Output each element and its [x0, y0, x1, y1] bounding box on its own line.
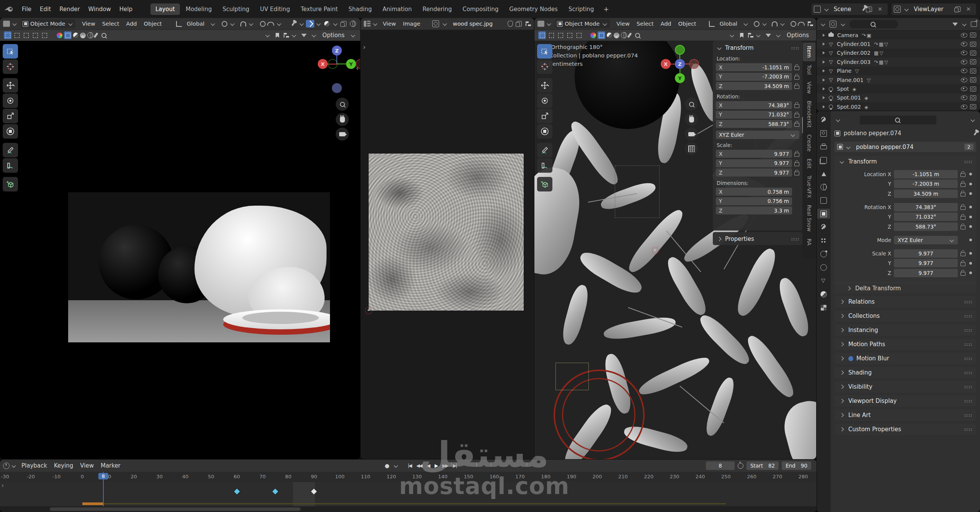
workspace-tab[interactable]: Modeling: [181, 3, 217, 15]
panel-grip-icon[interactable]: [964, 386, 972, 388]
tool-annotate[interactable]: [537, 143, 552, 157]
chevron-down-icon[interactable]: [841, 22, 845, 26]
properties-tab-physics[interactable]: [817, 249, 830, 259]
chevron-down-icon[interactable]: [277, 21, 281, 26]
tool-select-box[interactable]: [3, 44, 18, 59]
disable-in-renders-camera-icon[interactable]: [970, 51, 976, 56]
lock-icon[interactable]: [960, 173, 965, 177]
lock-icon[interactable]: [960, 252, 965, 256]
camera-view-button[interactable]: [336, 128, 349, 141]
hide-in-viewport-eye-icon[interactable]: [961, 51, 967, 55]
select-mode-subtract[interactable]: [557, 31, 564, 39]
start-frame-field[interactable]: Start 82: [746, 461, 779, 470]
options-menu[interactable]: Options: [319, 31, 348, 40]
pivot-point-icon[interactable]: [754, 21, 760, 27]
auto-keying-record-button[interactable]: ●: [383, 462, 391, 469]
jump-to-start-button[interactable]: |◀: [406, 462, 413, 469]
panel-grip-icon[interactable]: [964, 400, 972, 402]
properties-tab-render[interactable]: [817, 128, 830, 138]
lock-icon[interactable]: [960, 226, 965, 229]
object-name-value[interactable]: poblano pepper.074: [856, 144, 913, 150]
shading-sphere-icon[interactable]: [73, 33, 78, 38]
tool-transform[interactable]: [3, 124, 18, 139]
number-field[interactable]: Y-7.2003 m: [716, 73, 792, 81]
disable-in-renders-camera-icon[interactable]: [970, 87, 976, 92]
breadcrumb-object-name[interactable]: poblano pepper.074: [844, 130, 901, 137]
shading-sphere-icon[interactable]: [607, 33, 612, 38]
topbar-menu-item[interactable]: Edit: [36, 4, 55, 14]
droplet-icon[interactable]: [614, 33, 619, 38]
collapsed-panel[interactable]: Custom Properties: [835, 424, 976, 435]
jump-to-end-button[interactable]: ▶|: [451, 462, 458, 469]
mode-selector[interactable]: Object Mode: [21, 19, 75, 28]
zoom-button[interactable]: [685, 98, 698, 111]
number-field[interactable]: Y71.032°: [716, 111, 792, 119]
gizmo-axis-y-negative[interactable]: [675, 45, 685, 55]
disclosure-triangle-icon[interactable]: [823, 34, 825, 37]
select-mode-intersect[interactable]: [41, 31, 48, 39]
collapsed-panel[interactable]: Motion Blur: [835, 353, 976, 364]
chevron-down-icon[interactable]: [846, 145, 850, 149]
disable-in-renders-camera-icon[interactable]: [970, 69, 976, 74]
toolbar-open-chevron-icon[interactable]: ›: [363, 43, 366, 51]
lock-icon[interactable]: [794, 66, 799, 70]
viewport-left-canvas[interactable]: Z X Y ‹: [0, 41, 360, 459]
object-name[interactable]: Cylinder.001: [837, 41, 871, 47]
n-panel-tab[interactable]: RA: [803, 235, 815, 249]
transform-panel-header[interactable]: Transform: [835, 156, 976, 167]
properties-tab-view-layer[interactable]: [817, 155, 830, 165]
lock-icon[interactable]: [794, 104, 799, 108]
options-menu[interactable]: Options: [783, 31, 812, 40]
filter-icon[interactable]: [301, 34, 307, 37]
outliner-row[interactable]: ▽ Cylinder.003 ↷▦▽: [817, 57, 980, 66]
blender-logo-icon[interactable]: [4, 6, 14, 13]
properties-tab-texture[interactable]: [817, 303, 830, 312]
disable-in-renders-camera-icon[interactable]: [970, 77, 976, 82]
disclosure-triangle-icon[interactable]: [823, 87, 825, 90]
scrollbar-handle[interactable]: [50, 507, 301, 511]
play-reverse-button[interactable]: ◀: [425, 462, 431, 469]
outliner-row[interactable]: ▽ Plane ▽: [817, 67, 980, 75]
hide-in-viewport-eye-icon[interactable]: [961, 95, 967, 100]
disclosure-triangle-icon[interactable]: [823, 69, 825, 72]
scene-selector[interactable]: Scene ✕: [812, 3, 888, 15]
lock-icon[interactable]: [794, 162, 799, 166]
chevron-down-icon[interactable]: [730, 33, 734, 37]
viewport-menu-item[interactable]: View: [78, 20, 98, 28]
animate-dot-icon[interactable]: [969, 272, 972, 274]
timeline-ruler[interactable]: -30-20-100102030405060708090100110120130…: [0, 472, 817, 483]
properties-tab-world[interactable]: [817, 182, 830, 192]
properties-panel-header[interactable]: Properties: [716, 234, 799, 244]
editor-type-clock-icon[interactable]: [3, 463, 10, 469]
collapsed-panel[interactable]: Line Art: [835, 409, 976, 421]
panel-grip-icon[interactable]: [964, 357, 972, 360]
number-field[interactable]: 588.73°: [894, 222, 958, 231]
workspace-tab[interactable]: Shading: [343, 3, 377, 15]
editor-type-icon[interactable]: [364, 21, 371, 27]
outliner-row[interactable]: Spot.002 ◈: [817, 102, 980, 111]
hide-in-viewport-eye-icon[interactable]: [961, 87, 967, 91]
panel-grip-icon[interactable]: [791, 238, 799, 240]
npanel-open-chevron-icon[interactable]: ‹: [356, 64, 359, 72]
workspace-tab[interactable]: Geometry Nodes: [504, 3, 563, 15]
number-field[interactable]: 9.977: [894, 269, 958, 277]
animate-dot-icon[interactable]: [969, 192, 972, 195]
chevron-down-icon[interactable]: [821, 22, 825, 26]
fake-user-icon[interactable]: [508, 21, 513, 27]
number-field[interactable]: 34.509 m: [894, 190, 958, 198]
outliner-search[interactable]: [849, 20, 898, 28]
tool-cursor[interactable]: [3, 59, 18, 74]
lock-icon[interactable]: [794, 123, 799, 127]
play-button[interactable]: ▶: [433, 462, 439, 469]
pivot-point-icon[interactable]: [222, 21, 227, 27]
gizmo-axis-z[interactable]: Z: [332, 46, 342, 56]
disclosure-triangle-icon[interactable]: [823, 96, 825, 99]
snap-options-chevron-icon[interactable]: [249, 21, 253, 26]
tool-rotate[interactable]: [3, 93, 18, 108]
animate-dot-icon[interactable]: [969, 262, 972, 265]
workspace-tab[interactable]: Scripting: [564, 3, 599, 15]
gizmo-axis-z-negative[interactable]: [332, 83, 342, 93]
number-field[interactable]: -7.2003 m: [894, 180, 958, 188]
number-field[interactable]: XYZ Euler: [894, 236, 958, 244]
n-panel-tab[interactable]: BlenderKit: [803, 97, 815, 131]
